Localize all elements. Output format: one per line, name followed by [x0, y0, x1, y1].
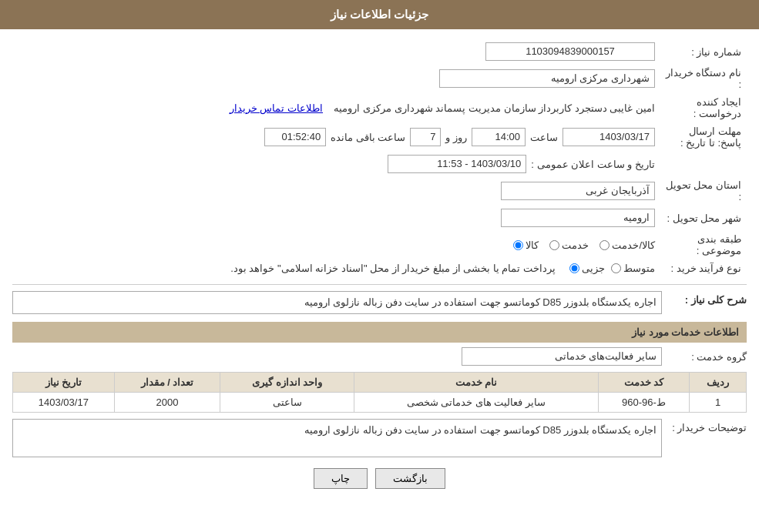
category-radio-group: کالا/خدمت خدمت کالا	[18, 239, 655, 251]
reply-days-value: 7	[410, 128, 441, 146]
purchase-type-label: نوع فرآیند خرید :	[660, 260, 745, 276]
back-button[interactable]: بازگشت	[375, 468, 445, 489]
delivery-city-value: ارومیه	[501, 209, 655, 227]
reply-remain-label: ساعت باقی مانده	[331, 132, 405, 143]
page-header: جزئیات اطلاعات نیاز	[0, 0, 759, 29]
category-khedmat-radio[interactable]	[549, 240, 559, 250]
org-name-label: نام دستگاه خریدار :	[660, 65, 745, 92]
purchase-jozee-option: جزیی	[569, 263, 605, 274]
category-kala-khedmat-radio[interactable]	[599, 240, 610, 250]
description-value: اجاره یکدستگاه بلدوزر D85 کوماتسو جهت اس…	[12, 291, 662, 314]
category-kala-khedmat-option: کالا/خدمت	[599, 239, 655, 251]
purchase-motavasset-radio[interactable]	[611, 263, 621, 273]
purchase-text: پرداخت تمام یا بخشی از مبلغ خریدار از مح…	[230, 263, 556, 274]
category-kala-radio[interactable]	[513, 240, 523, 250]
reply-day-label: روز و	[445, 132, 467, 143]
col-header-count: تعداد / مقدار	[114, 373, 220, 393]
purchase-jozee-radio[interactable]	[569, 263, 579, 273]
services-table: ردیف کد خدمت نام خدمت واحد اندازه گیری ت…	[12, 372, 747, 413]
category-label: طبقه بندی موضوعی :	[660, 231, 745, 259]
buyer-notes-value: اجاره یکدستگاه بلدوزر D85 کوماتسو جهت اس…	[12, 419, 662, 457]
category-kala-khedmat-label: کالا/خدمت	[612, 239, 655, 251]
purchase-jozee-label: جزیی	[582, 263, 605, 274]
purchase-motavasset-option: متوسط	[611, 263, 655, 274]
services-header: اطلاعات خدمات مورد نیاز	[12, 322, 747, 343]
reply-date-value: 1403/03/17	[563, 128, 655, 146]
contact-info-link[interactable]: اطلاعات تماس خریدار	[230, 102, 323, 114]
table-row: 1ط-96-960سایر فعالیت های خدماتی شخصیساعت…	[13, 393, 747, 413]
page-title: جزئیات اطلاعات نیاز	[331, 8, 428, 21]
reply-deadline-label: مهلت ارسال پاسخ: تا تاریخ :	[660, 123, 745, 151]
request-number-label: شماره نیاز :	[660, 40, 745, 63]
bottom-buttons: بازگشت چاپ	[12, 457, 747, 500]
col-header-service-code: کد خدمت	[598, 373, 689, 393]
col-header-row-num: ردیف	[690, 373, 747, 393]
col-header-unit: واحد اندازه گیری	[220, 373, 354, 393]
group-value: سایر فعالیت‌های خدماتی	[462, 347, 662, 366]
delivery-province-value: آذربایجان غربی	[501, 182, 655, 200]
col-header-service-name: نام خدمت	[354, 373, 599, 393]
group-table: گروه خدمت : سایر فعالیت‌های خدماتی	[12, 347, 747, 366]
category-khedmat-option: خدمت	[549, 239, 589, 251]
delivery-city-label: شهر محل تحویل :	[660, 206, 745, 229]
request-number-value: 1103094839000157	[485, 42, 655, 61]
announce-date-label: تاریخ و ساعت اعلان عمومی :	[531, 159, 655, 170]
created-by-value: امین غایبی دستجرد کاربرداز سازمان مدیریت…	[334, 102, 655, 114]
divider-1	[12, 284, 747, 285]
purchase-motavasset-label: متوسط	[623, 263, 655, 274]
buyer-notes-label: توضیحات خریدار :	[672, 422, 747, 433]
reply-time-label: ساعت	[530, 132, 558, 143]
description-label: شرح کلی نیاز :	[685, 294, 747, 306]
buyer-notes-section: توضیحات خریدار : اجاره یکدستگاه بلدوزر D…	[12, 419, 747, 457]
created-by-label: ایجاد کننده درخواست :	[660, 94, 745, 122]
services-table-container: ردیف کد خدمت نام خدمت واحد اندازه گیری ت…	[12, 372, 747, 413]
description-section: شرح کلی نیاز : اجاره یکدستگاه بلدوزر D85…	[12, 291, 747, 314]
delivery-province-label: استان محل تحویل :	[660, 177, 745, 205]
reply-remain-value: 01:52:40	[264, 128, 326, 146]
reply-time-value: 14:00	[472, 128, 526, 146]
col-header-date: تاریخ نیاز	[13, 373, 115, 393]
announce-date-value: 1403/03/10 - 11:53	[388, 155, 526, 173]
main-info-table: شماره نیاز : 1103094839000157 نام دستگاه…	[12, 38, 747, 278]
group-label: گروه خدمت :	[691, 351, 747, 363]
category-khedmat-label: خدمت	[562, 239, 589, 251]
print-button[interactable]: چاپ	[314, 468, 368, 489]
category-kala-option: کالا	[513, 239, 539, 251]
category-kala-label: کالا	[526, 239, 539, 251]
org-name-value: شهرداری مرکزی ارومیه	[439, 69, 655, 88]
